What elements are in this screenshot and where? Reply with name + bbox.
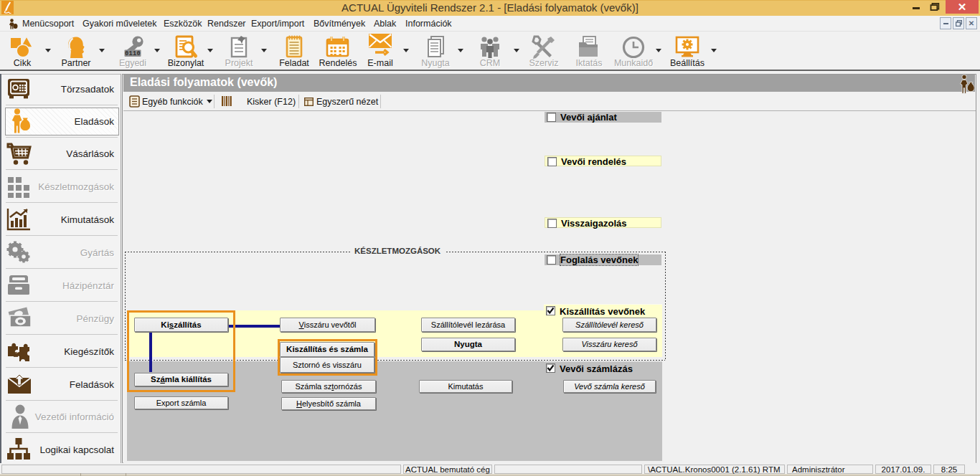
svg-text:0110: 0110 [125,50,141,57]
